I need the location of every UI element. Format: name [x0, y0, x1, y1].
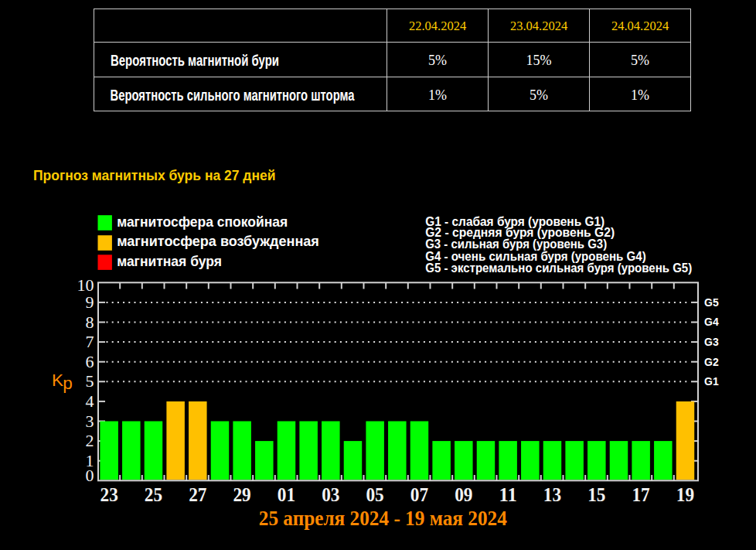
svg-text:10: 10 — [77, 275, 94, 295]
svg-text:G4 - очень сильная буря (урове: G4 - очень сильная буря (уровень G4) — [425, 250, 646, 263]
svg-text:5: 5 — [86, 371, 94, 391]
svg-text:Вероятность магнитной бури: Вероятность магнитной бури — [111, 51, 279, 69]
svg-text:Прогноз магнитных бурь на 27 д: Прогноз магнитных бурь на 27 дней — [33, 168, 276, 183]
svg-text:1: 1 — [86, 451, 94, 470]
svg-text:8: 8 — [86, 313, 94, 332]
svg-text:01: 01 — [278, 483, 295, 506]
svg-text:17: 17 — [632, 483, 649, 506]
svg-text:4: 4 — [86, 391, 94, 411]
svg-text:09: 09 — [455, 483, 472, 506]
svg-text:G3 - сильная буря (уровень G3): G3 - сильная буря (уровень G3) — [425, 237, 607, 251]
svg-text:G5 - экстремально сильная буря: G5 - экстремально сильная буря (уровень … — [425, 261, 692, 275]
svg-text:23: 23 — [100, 483, 118, 506]
svg-text:Вероятность сильного магнитног: Вероятность сильного магнитного шторма — [111, 86, 355, 104]
svg-text:G3: G3 — [704, 336, 719, 348]
svg-text:9: 9 — [86, 292, 94, 312]
svg-text:магнитная буря: магнитная буря — [117, 253, 222, 269]
svg-text:7: 7 — [86, 332, 94, 351]
svg-text:K: K — [52, 371, 63, 390]
svg-text:15: 15 — [587, 483, 605, 506]
svg-text:G1: G1 — [704, 375, 719, 388]
svg-text:03: 03 — [322, 483, 339, 506]
svg-text:07: 07 — [410, 483, 428, 506]
svg-text:27: 27 — [189, 483, 206, 506]
svg-text:p: p — [63, 374, 73, 393]
svg-text:29: 29 — [233, 483, 250, 506]
svg-text:19: 19 — [676, 483, 694, 506]
svg-text:G2: G2 — [704, 356, 719, 368]
svg-text:магнитосфера спокойная: магнитосфера спокойная — [117, 214, 288, 230]
svg-text:25 апреля 2024 - 19 мая 2024: 25 апреля 2024 - 19 мая 2024 — [259, 507, 507, 530]
svg-text:магнитосфера возбужденная: магнитосфера возбужденная — [117, 233, 319, 249]
svg-text:G4: G4 — [704, 316, 719, 328]
svg-text:11: 11 — [499, 483, 516, 506]
svg-text:2: 2 — [86, 431, 94, 450]
svg-text:25: 25 — [145, 483, 162, 506]
svg-text:13: 13 — [543, 483, 561, 506]
svg-text:G5: G5 — [704, 296, 719, 309]
svg-text:3: 3 — [86, 412, 94, 431]
svg-text:6: 6 — [86, 352, 94, 371]
svg-text:05: 05 — [366, 483, 383, 506]
